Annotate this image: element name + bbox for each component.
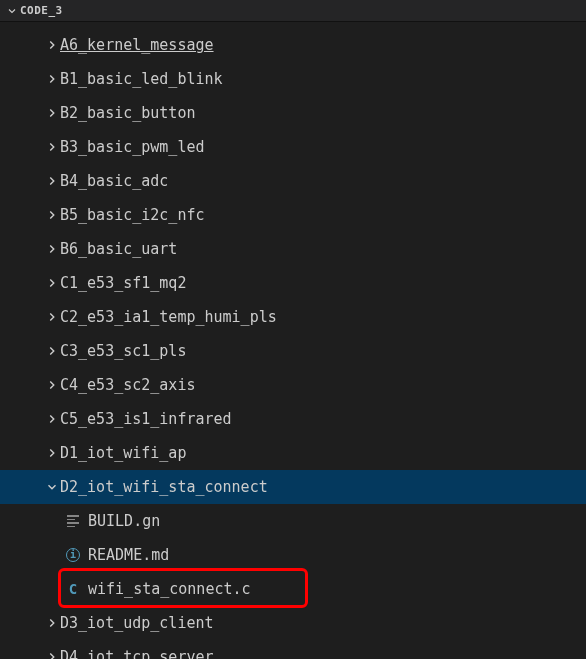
chevron-right-icon[interactable]: [44, 139, 60, 155]
chevron-right-icon[interactable]: [44, 275, 60, 291]
folder-row[interactable]: B2_basic_button: [0, 96, 586, 130]
folder-label: D3_iot_udp_client: [60, 614, 214, 632]
folder-row[interactable]: D1_iot_wifi_ap: [0, 436, 586, 470]
folder-row[interactable]: D2_iot_wifi_sta_connect: [0, 470, 586, 504]
chevron-right-icon[interactable]: [44, 377, 60, 393]
folder-label: B4_basic_adc: [60, 172, 168, 190]
chevron-right-icon[interactable]: [44, 37, 60, 53]
file-row[interactable]: Cwifi_sta_connect.c: [0, 572, 586, 606]
chevron-right-icon[interactable]: [44, 71, 60, 87]
folder-row[interactable]: C4_e53_sc2_axis: [0, 368, 586, 402]
file-tree: A6_kernel_messageB1_basic_led_blinkB2_ba…: [0, 22, 586, 659]
text-file-icon: [64, 512, 82, 530]
folder-label: C5_e53_is1_infrared: [60, 410, 232, 428]
folder-label: B5_basic_i2c_nfc: [60, 206, 205, 224]
folder-row[interactable]: B4_basic_adc: [0, 164, 586, 198]
folder-label: C1_e53_sf1_mq2: [60, 274, 186, 292]
chevron-right-icon[interactable]: [44, 411, 60, 427]
chevron-right-icon[interactable]: [44, 343, 60, 359]
file-label: wifi_sta_connect.c: [88, 580, 251, 598]
folder-label: A6_kernel_message: [60, 36, 214, 54]
folder-label: C2_e53_ia1_temp_humi_pls: [60, 308, 277, 326]
chevron-right-icon[interactable]: [44, 207, 60, 223]
c-file-icon: C: [64, 580, 82, 598]
project-title: CODE_3: [20, 4, 63, 17]
folder-row[interactable]: C1_e53_sf1_mq2: [0, 266, 586, 300]
file-label: README.md: [88, 546, 169, 564]
folder-row[interactable]: D3_iot_udp_client: [0, 606, 586, 640]
folder-label: B3_basic_pwm_led: [60, 138, 205, 156]
chevron-right-icon[interactable]: [44, 241, 60, 257]
chevron-down-icon[interactable]: [44, 479, 60, 495]
chevron-right-icon[interactable]: [44, 649, 60, 659]
folder-row[interactable]: C3_e53_sc1_pls: [0, 334, 586, 368]
folder-row[interactable]: C5_e53_is1_infrared: [0, 402, 586, 436]
folder-label: C4_e53_sc2_axis: [60, 376, 195, 394]
folder-label: D4_iot_tcp_server: [60, 648, 214, 659]
explorer-header[interactable]: CODE_3: [0, 0, 586, 22]
file-row[interactable]: iREADME.md: [0, 538, 586, 572]
folder-row[interactable]: B3_basic_pwm_led: [0, 130, 586, 164]
chevron-right-icon[interactable]: [44, 105, 60, 121]
chevron-right-icon[interactable]: [44, 615, 60, 631]
info-icon: i: [64, 546, 82, 564]
chevron-right-icon[interactable]: [44, 445, 60, 461]
chevron-right-icon[interactable]: [44, 173, 60, 189]
folder-row[interactable]: B5_basic_i2c_nfc: [0, 198, 586, 232]
chevron-right-icon[interactable]: [44, 309, 60, 325]
file-label: BUILD.gn: [88, 512, 160, 530]
folder-label: B2_basic_button: [60, 104, 195, 122]
chevron-down-icon: [4, 3, 20, 19]
folder-row[interactable]: D4_iot_tcp_server: [0, 640, 586, 659]
folder-row[interactable]: B1_basic_led_blink: [0, 62, 586, 96]
folder-label: B6_basic_uart: [60, 240, 177, 258]
folder-label: D2_iot_wifi_sta_connect: [60, 478, 268, 496]
folder-label: B1_basic_led_blink: [60, 70, 223, 88]
folder-label: D1_iot_wifi_ap: [60, 444, 186, 462]
folder-row[interactable]: B6_basic_uart: [0, 232, 586, 266]
folder-row[interactable]: A6_kernel_message: [0, 28, 586, 62]
file-row[interactable]: BUILD.gn: [0, 504, 586, 538]
explorer-panel: CODE_3 A6_kernel_messageB1_basic_led_bli…: [0, 0, 586, 659]
folder-label: C3_e53_sc1_pls: [60, 342, 186, 360]
folder-row[interactable]: C2_e53_ia1_temp_humi_pls: [0, 300, 586, 334]
